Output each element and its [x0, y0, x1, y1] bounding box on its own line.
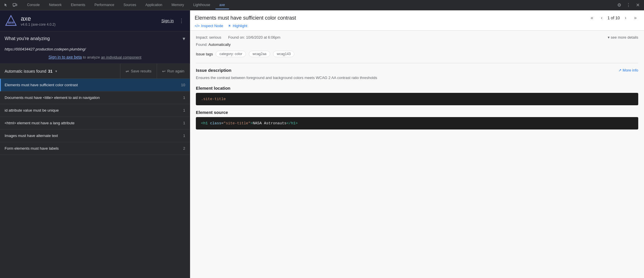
- run-again-button[interactable]: ↩ Run again: [157, 64, 190, 78]
- analyzing-component-link[interactable]: an individual component: [101, 55, 141, 59]
- sign-in-button[interactable]: Sign in: [161, 18, 174, 23]
- analyzing-header-toggle[interactable]: What you're analyzing ▾: [0, 31, 190, 46]
- issue-row-label: id attribute value must be unique: [5, 108, 177, 112]
- right-panel: Elements must have sufficient color cont…: [190, 10, 644, 278]
- found-on-label: Found on:: [228, 35, 245, 40]
- element-source-title: Element source: [196, 110, 228, 115]
- svg-rect-0: [13, 3, 16, 6]
- found-value: Automatically: [208, 42, 230, 47]
- element-source-attr-value: "site-title": [223, 121, 251, 125]
- issue-row-count: 1: [179, 108, 185, 112]
- tab-application[interactable]: Application: [141, 1, 166, 9]
- issue-row-count: 1: [179, 121, 185, 125]
- element-source-code: <h1 class="site-title">NASA Astronauts</…: [196, 117, 638, 129]
- pointer-icon[interactable]: [2, 2, 9, 9]
- tab-sources[interactable]: Sources: [120, 1, 140, 9]
- nav-prev-button[interactable]: ‹: [598, 14, 606, 22]
- issue-row-count: 1: [179, 95, 185, 100]
- issue-row[interactable]: Images must have alternate text1: [0, 129, 190, 142]
- nav-last-button[interactable]: »: [631, 14, 639, 22]
- issue-row[interactable]: Elements must have sufficient color cont…: [0, 79, 190, 91]
- detail-meta-row: Impact: serious Found on: 10/6/2020 at 6…: [196, 35, 638, 40]
- nav-first-button[interactable]: «: [588, 14, 596, 22]
- impact-value: serious: [209, 35, 221, 40]
- element-location-title: Element location: [196, 86, 230, 91]
- issue-row-label: <html> element must have a lang attribut…: [5, 121, 177, 125]
- detail-title-row: Elements must have sufficient color cont…: [195, 14, 639, 22]
- issue-row-label: Documents must have <title> element to a…: [5, 95, 177, 100]
- axe-version: v4.6.1 (axe-core 4.0.2): [21, 22, 56, 27]
- analyzing-analyze-text: to analyze: [83, 55, 100, 59]
- element-location-code: .site-title: [196, 93, 638, 105]
- axe-header-right: Sign in ⋮: [161, 16, 185, 25]
- issue-description-header: Issue description ↗ More info: [196, 68, 638, 73]
- tag-badge: category: color: [216, 51, 246, 57]
- more-info-label: More info: [623, 68, 638, 72]
- impact-meta: Impact: serious: [196, 35, 221, 40]
- tab-lighthouse[interactable]: Lighthouse: [189, 1, 214, 9]
- save-results-button[interactable]: ⇌ Save results: [120, 64, 157, 78]
- element-source-inner-text: NASA Astronauts: [253, 121, 287, 125]
- issue-row[interactable]: Form elements must have labels2: [0, 142, 190, 155]
- analyzing-section: What you're analyzing ▾ https://00043442…: [0, 31, 190, 64]
- main-container: axe axe v4.6.1 (axe-core 4.0.2) Sign in …: [0, 10, 644, 278]
- found-on-value: 10/6/2020 at 6:06pm: [246, 35, 280, 40]
- issue-row-count: 2: [179, 146, 185, 151]
- issue-row[interactable]: id attribute value must be unique1: [0, 104, 190, 117]
- chevron-down-icon: ▾: [183, 35, 185, 42]
- found-row: Found: Automatically: [196, 42, 638, 47]
- more-options-button[interactable]: ⋮: [624, 1, 632, 9]
- save-results-label: Save results: [131, 69, 151, 73]
- external-link-icon: ↗: [618, 68, 622, 72]
- tab-network[interactable]: Network: [45, 1, 66, 9]
- issue-row-count: 1: [179, 134, 185, 138]
- issue-row[interactable]: <html> element must have a lang attribut…: [0, 117, 190, 129]
- close-button[interactable]: ✕: [634, 1, 642, 9]
- detail-title: Elements must have sufficient color cont…: [195, 15, 296, 21]
- axe-menu-button[interactable]: ⋮: [178, 16, 185, 25]
- issue-list: Elements must have sufficient color cont…: [0, 79, 190, 278]
- axe-name: axe: [21, 15, 56, 22]
- issues-count-label: Automatic issues found: [5, 69, 46, 74]
- analyzing-url: https://000434427.production.codepen.plu…: [0, 46, 190, 54]
- tab-memory[interactable]: Memory: [168, 1, 188, 9]
- element-source-closing-tag-name: h1: [291, 121, 296, 125]
- tab-axe[interactable]: axe: [215, 1, 229, 9]
- settings-button[interactable]: ⚙: [615, 1, 623, 9]
- nav-next-button[interactable]: ›: [622, 14, 630, 22]
- more-info-button[interactable]: ↗ More info: [618, 68, 638, 72]
- found-on-meta: Found on: 10/6/2020 at 6:06pm: [228, 35, 280, 40]
- analyzing-title: What you're analyzing: [5, 36, 50, 41]
- tab-performance[interactable]: Performance: [90, 1, 118, 9]
- detail-navigation: « ‹ 1 of 10 › »: [588, 14, 639, 22]
- element-source-section: Element source <h1 class="site-title">NA…: [196, 110, 638, 129]
- inspect-node-icon: </>: [195, 24, 200, 28]
- issue-row-label: Form elements must have labels: [5, 146, 177, 151]
- inspect-node-link[interactable]: </> Inspect Node: [195, 24, 223, 28]
- devtools-tab-bar: Console Network Elements Performance Sou…: [0, 0, 644, 10]
- nav-count: 1 of 10: [607, 16, 620, 20]
- tab-console[interactable]: Console: [23, 1, 44, 9]
- issue-row-label: Images must have alternate text: [5, 134, 177, 138]
- highlight-icon: ☀: [228, 24, 231, 28]
- devtools-action-buttons: ⚙ ⋮ ✕: [615, 1, 642, 9]
- devtools-left-icons: [2, 2, 18, 9]
- run-again-label: Run again: [167, 69, 184, 73]
- found-label: Found:: [196, 42, 207, 47]
- tags-row: Issue tags category: colorwcag2aawcag143: [196, 51, 638, 57]
- impact-label: Impact:: [196, 35, 208, 40]
- axe-logo-area: axe axe v4.6.1 (axe-core 4.0.2): [5, 14, 56, 27]
- element-location-section: Element location .site-title: [196, 86, 638, 105]
- svg-rect-1: [16, 4, 17, 6]
- highlight-link[interactable]: ☀ Highlight: [228, 24, 247, 28]
- tab-elements[interactable]: Elements: [67, 1, 89, 9]
- issue-row[interactable]: Documents must have <title> element to a…: [0, 91, 190, 104]
- device-icon[interactable]: [12, 2, 18, 9]
- see-more-details-button[interactable]: ▾ see more details: [608, 35, 638, 40]
- element-source-attr-name: class: [210, 121, 221, 125]
- issues-dropdown-icon[interactable]: ▾: [55, 69, 57, 73]
- detail-header: Elements must have sufficient color cont…: [190, 10, 644, 31]
- inspect-node-label: Inspect Node: [201, 24, 223, 28]
- tag-badge: wcag2aa: [249, 51, 270, 57]
- analyzing-signin-link[interactable]: Sign in to axe beta: [48, 55, 82, 59]
